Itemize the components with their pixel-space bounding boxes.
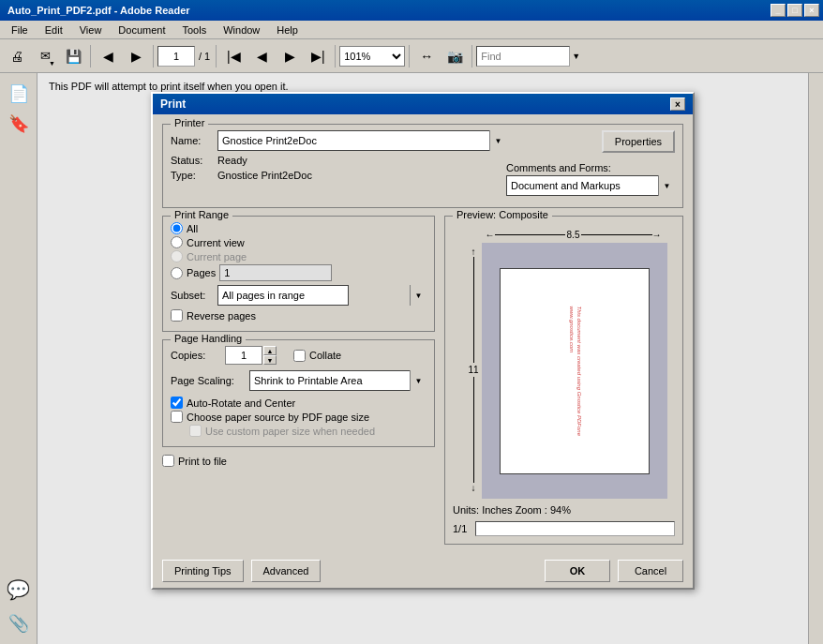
copies-input-wrap: ▲ ▼	[225, 346, 277, 365]
forward-button[interactable]: ▶	[123, 43, 149, 69]
paper-source-row: Choose paper source by PDF page size	[171, 411, 426, 423]
scaling-select[interactable]: Shrink to Printable Area	[249, 370, 426, 391]
toolbar-sep-5	[409, 45, 410, 67]
preview-container: ← 8.5 → ↑	[461, 222, 667, 499]
menu-tools[interactable]: Tools	[175, 22, 215, 37]
scaling-row: Page Scaling: Shrink to Printable Area ▼	[171, 370, 426, 391]
radio-current-view[interactable]	[171, 236, 183, 248]
subset-arrow: ▼	[410, 285, 426, 306]
auto-rotate-checkbox[interactable]	[171, 397, 183, 409]
find-input[interactable]	[476, 46, 570, 67]
first-page-button[interactable]: |◀	[220, 43, 247, 69]
vertical-scrollbar[interactable]	[808, 73, 823, 644]
collate-label: Collate	[309, 350, 341, 361]
menu-edit[interactable]: Edit	[37, 22, 70, 37]
printer-type-label: Type:	[171, 170, 217, 181]
copies-down-button[interactable]: ▼	[263, 355, 277, 365]
printer-status-value: Ready	[217, 155, 247, 166]
menu-file[interactable]: File	[4, 22, 36, 37]
printer-status-label: Status:	[171, 155, 217, 166]
cancel-button[interactable]: Cancel	[618, 560, 683, 582]
snapshot-button[interactable]: 📷	[441, 43, 468, 69]
page-number-input[interactable]	[157, 46, 195, 67]
print-range-label: Print Range	[171, 209, 232, 220]
dialog-right-column: Preview: Composite ← 8.5	[444, 216, 683, 545]
sidebar-attach-icon[interactable]: 📎	[6, 610, 32, 637]
print-to-file-checkbox[interactable]	[162, 455, 174, 467]
maximize-button[interactable]: □	[787, 4, 802, 17]
properties-button[interactable]: Properties	[602, 130, 675, 153]
window-title: Auto_Print_PDF2.pdf - Adobe Reader	[4, 5, 190, 16]
sidebar-pages-icon[interactable]: 📄	[6, 81, 32, 107]
save-button[interactable]: 💾	[60, 43, 86, 69]
dialog-overlay: Print × Printer Name:	[37, 73, 808, 644]
footer-right-buttons: OK Cancel	[545, 560, 683, 582]
email-button[interactable]: ✉ ▼	[32, 43, 58, 69]
subset-select[interactable]: All pages in range	[217, 285, 349, 306]
copies-label: Copies:	[171, 350, 217, 361]
last-page-button[interactable]: ▶|	[305, 43, 331, 69]
page-indicator: 1/1	[453, 521, 675, 536]
reverse-pages-label: Reverse pages	[187, 310, 256, 322]
radio-all[interactable]	[171, 222, 183, 234]
comments-select[interactable]: Document and Markups	[506, 175, 675, 196]
menu-document[interactable]: Document	[111, 22, 172, 37]
next-page-button[interactable]: ▶	[277, 43, 303, 69]
zoom-select[interactable]: 101%	[339, 46, 405, 67]
comments-section: Comments and Forms: Document and Markups…	[506, 162, 675, 196]
menu-view[interactable]: View	[72, 22, 110, 37]
auto-rotate-label: Auto-Rotate and Center	[187, 397, 295, 409]
menu-bar: File Edit View Document Tools Window Hel…	[0, 21, 823, 39]
printing-tips-button[interactable]: Printing Tips	[162, 560, 244, 582]
print-range-group: Print Range All Current view	[162, 216, 435, 332]
copies-up-button[interactable]: ▲	[263, 346, 277, 355]
collate-checkbox[interactable]	[293, 350, 306, 362]
v-line	[473, 257, 474, 363]
window-close-button[interactable]: ×	[804, 4, 819, 17]
minimize-button[interactable]: _	[771, 4, 786, 17]
back-button[interactable]: ◀	[95, 43, 121, 69]
subset-select-wrap: All pages in range ▼	[217, 285, 426, 306]
dialog-close-button[interactable]: ×	[670, 97, 685, 111]
printer-section: Name: Gnostice Print2eDoc ▼	[171, 130, 675, 196]
page-slider[interactable]	[475, 521, 675, 536]
select-tool-button[interactable]: ↔	[413, 43, 440, 69]
sidebar-comment-icon[interactable]: 💬	[6, 577, 32, 603]
printer-right-panel: Properties Comments and Forms: Document …	[506, 130, 675, 196]
preview-page-content: This document was created using Gnostice…	[510, 278, 639, 464]
print-toolbar-button[interactable]: 🖨	[4, 43, 30, 69]
dim-v-value: 11	[469, 363, 479, 377]
radio-pages-label: Pages	[187, 267, 216, 278]
preview-text-1: This document was created using Gnostice…	[567, 306, 582, 435]
h-line2	[581, 234, 651, 235]
radio-pages[interactable]	[171, 267, 183, 279]
paper-source-label: Choose paper source by PDF page size	[187, 412, 369, 423]
page-total-label: / 1	[197, 51, 212, 62]
content-area: This PDF will attempt to print itself wh…	[37, 73, 808, 644]
printer-name-select[interactable]: Gnostice Print2eDoc	[217, 130, 506, 151]
advanced-button[interactable]: Advanced	[251, 560, 322, 582]
paper-source-checkbox[interactable]	[171, 411, 183, 423]
custom-paper-label: Use custom paper size when needed	[205, 426, 375, 437]
print-to-file-row: Print to file	[162, 455, 435, 467]
printer-group: Printer Name: Gnostice Print2eDoc	[162, 124, 683, 208]
dim-vertical: ↑ 11 ↓	[469, 247, 479, 493]
radio-current-page[interactable]	[171, 250, 183, 262]
custom-paper-checkbox[interactable]	[189, 425, 202, 437]
menu-window[interactable]: Window	[216, 22, 267, 37]
ok-button[interactable]: OK	[545, 560, 610, 582]
toolbar-sep-1	[90, 45, 91, 67]
preview-bg: This document was created using Gnostice…	[482, 243, 667, 499]
printer-group-label: Printer	[171, 117, 208, 128]
radio-current-page-row: Current page	[171, 250, 426, 262]
prev-page-button[interactable]: ◀	[248, 43, 275, 69]
copies-input[interactable]	[225, 346, 262, 365]
toolbar-sep-3	[216, 45, 217, 67]
sidebar-bookmarks-icon[interactable]: 🔖	[6, 111, 32, 137]
reverse-pages-checkbox[interactable]	[171, 309, 183, 322]
comments-label: Comments and Forms:	[506, 162, 675, 173]
printer-left-panel: Name: Gnostice Print2eDoc ▼	[171, 130, 506, 196]
menu-help[interactable]: Help	[269, 22, 306, 37]
radio-pages-row: Pages	[171, 264, 426, 281]
pages-input[interactable]	[219, 264, 332, 281]
